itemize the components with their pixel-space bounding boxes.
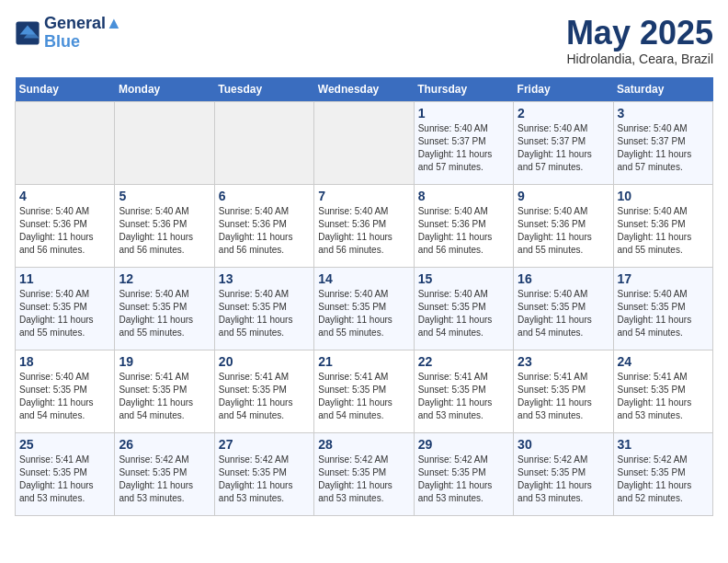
calendar-cell: 23Sunrise: 5:41 AMSunset: 5:35 PMDayligh…	[514, 350, 613, 432]
day-number: 1	[418, 106, 509, 121]
day-info: Sunrise: 5:40 AMSunset: 5:36 PMDaylight:…	[119, 205, 210, 257]
day-number: 5	[119, 189, 210, 203]
calendar-cell: 29Sunrise: 5:42 AMSunset: 5:35 PMDayligh…	[414, 432, 513, 515]
day-number: 23	[518, 354, 609, 369]
calendar-cell: 27Sunrise: 5:42 AMSunset: 5:35 PMDayligh…	[214, 432, 313, 515]
day-info: Sunrise: 5:41 AMSunset: 5:35 PMDaylight:…	[119, 371, 210, 422]
day-number: 16	[518, 271, 609, 286]
calendar-cell: 25Sunrise: 5:41 AMSunset: 5:35 PMDayligh…	[16, 432, 115, 515]
day-number: 6	[219, 189, 310, 203]
day-number: 27	[219, 437, 310, 452]
day-info: Sunrise: 5:40 AMSunset: 5:36 PMDaylight:…	[19, 205, 110, 257]
day-number: 25	[19, 437, 110, 452]
calendar-cell: 7Sunrise: 5:40 AMSunset: 5:36 PMDaylight…	[314, 184, 414, 267]
calendar-cell	[16, 101, 115, 184]
day-info: Sunrise: 5:40 AMSunset: 5:36 PMDaylight:…	[318, 205, 409, 257]
day-number: 29	[418, 437, 509, 452]
calendar-cell: 15Sunrise: 5:40 AMSunset: 5:35 PMDayligh…	[414, 267, 513, 350]
calendar-cell: 30Sunrise: 5:42 AMSunset: 5:35 PMDayligh…	[514, 432, 613, 515]
weekday-thursday: Thursday	[414, 77, 513, 102]
day-info: Sunrise: 5:40 AMSunset: 5:35 PMDaylight:…	[19, 371, 110, 422]
day-info: Sunrise: 5:40 AMSunset: 5:36 PMDaylight:…	[518, 205, 609, 257]
day-info: Sunrise: 5:40 AMSunset: 5:35 PMDaylight:…	[119, 288, 210, 339]
day-number: 12	[119, 271, 210, 286]
header: General▲ Blue May 2025 Hidrolandia, Cear…	[15, 15, 713, 66]
day-number: 30	[518, 437, 609, 452]
weekday-saturday: Saturday	[613, 77, 712, 102]
calendar-cell: 18Sunrise: 5:40 AMSunset: 5:35 PMDayligh…	[16, 350, 115, 432]
day-number: 9	[518, 189, 609, 203]
calendar-cell: 10Sunrise: 5:40 AMSunset: 5:36 PMDayligh…	[613, 184, 712, 267]
calendar-cell: 6Sunrise: 5:40 AMSunset: 5:36 PMDaylight…	[214, 184, 313, 267]
calendar-cell: 13Sunrise: 5:40 AMSunset: 5:35 PMDayligh…	[214, 267, 313, 350]
calendar-cell: 3Sunrise: 5:40 AMSunset: 5:37 PMDaylight…	[613, 101, 712, 184]
day-number: 4	[19, 189, 110, 203]
calendar-cell: 24Sunrise: 5:41 AMSunset: 5:35 PMDayligh…	[613, 350, 712, 432]
day-number: 24	[618, 354, 709, 369]
day-info: Sunrise: 5:42 AMSunset: 5:35 PMDaylight:…	[119, 454, 210, 505]
logo: General▲ Blue	[15, 15, 122, 52]
day-info: Sunrise: 5:42 AMSunset: 5:35 PMDaylight:…	[418, 454, 509, 505]
month-title: May 2025	[566, 15, 713, 52]
day-number: 14	[318, 271, 409, 286]
calendar-cell: 11Sunrise: 5:40 AMSunset: 5:35 PMDayligh…	[16, 267, 115, 350]
day-info: Sunrise: 5:40 AMSunset: 5:35 PMDaylight:…	[518, 288, 609, 339]
calendar-cell: 1Sunrise: 5:40 AMSunset: 5:37 PMDaylight…	[414, 101, 513, 184]
day-info: Sunrise: 5:40 AMSunset: 5:35 PMDaylight:…	[219, 288, 310, 339]
day-info: Sunrise: 5:41 AMSunset: 5:35 PMDaylight:…	[618, 371, 709, 422]
day-number: 13	[219, 271, 310, 286]
subtitle: Hidrolandia, Ceara, Brazil	[566, 52, 713, 66]
day-info: Sunrise: 5:40 AMSunset: 5:36 PMDaylight:…	[618, 205, 709, 257]
day-number: 20	[219, 354, 310, 369]
day-number: 19	[119, 354, 210, 369]
weekday-monday: Monday	[115, 77, 214, 102]
calendar-cell: 14Sunrise: 5:40 AMSunset: 5:35 PMDayligh…	[314, 267, 414, 350]
day-number: 26	[119, 437, 210, 452]
day-info: Sunrise: 5:40 AMSunset: 5:35 PMDaylight:…	[318, 288, 409, 339]
calendar-cell: 16Sunrise: 5:40 AMSunset: 5:35 PMDayligh…	[514, 267, 613, 350]
day-number: 11	[19, 271, 110, 286]
day-info: Sunrise: 5:40 AMSunset: 5:35 PMDaylight:…	[418, 288, 509, 339]
logo-text: General▲ Blue	[44, 15, 122, 52]
calendar-cell: 26Sunrise: 5:42 AMSunset: 5:35 PMDayligh…	[115, 432, 214, 515]
day-info: Sunrise: 5:41 AMSunset: 5:35 PMDaylight:…	[518, 371, 609, 422]
logo-icon	[15, 20, 40, 46]
day-number: 15	[418, 271, 509, 286]
calendar-body: 1Sunrise: 5:40 AMSunset: 5:37 PMDaylight…	[16, 101, 713, 515]
calendar-cell: 5Sunrise: 5:40 AMSunset: 5:36 PMDaylight…	[115, 184, 214, 267]
title-area: May 2025 Hidrolandia, Ceara, Brazil	[566, 15, 713, 66]
calendar-table: Sunday Monday Tuesday Wednesday Thursday…	[15, 77, 713, 516]
day-number: 31	[618, 437, 709, 452]
day-info: Sunrise: 5:40 AMSunset: 5:37 PMDaylight:…	[418, 122, 509, 174]
day-number: 21	[318, 354, 409, 369]
day-info: Sunrise: 5:42 AMSunset: 5:35 PMDaylight:…	[618, 454, 709, 505]
day-number: 8	[418, 189, 509, 203]
calendar-cell: 22Sunrise: 5:41 AMSunset: 5:35 PMDayligh…	[414, 350, 513, 432]
day-info: Sunrise: 5:41 AMSunset: 5:35 PMDaylight:…	[318, 371, 409, 422]
day-number: 2	[518, 106, 609, 121]
day-number: 17	[618, 271, 709, 286]
calendar-cell	[115, 101, 214, 184]
day-info: Sunrise: 5:42 AMSunset: 5:35 PMDaylight:…	[318, 454, 409, 505]
calendar-cell: 28Sunrise: 5:42 AMSunset: 5:35 PMDayligh…	[314, 432, 414, 515]
calendar-cell: 8Sunrise: 5:40 AMSunset: 5:36 PMDaylight…	[414, 184, 513, 267]
day-info: Sunrise: 5:40 AMSunset: 5:37 PMDaylight:…	[518, 122, 609, 174]
calendar-header: Sunday Monday Tuesday Wednesday Thursday…	[16, 77, 713, 102]
calendar-cell: 12Sunrise: 5:40 AMSunset: 5:35 PMDayligh…	[115, 267, 214, 350]
calendar-cell: 9Sunrise: 5:40 AMSunset: 5:36 PMDaylight…	[514, 184, 613, 267]
day-number: 22	[418, 354, 509, 369]
day-number: 28	[318, 437, 409, 452]
calendar-cell: 19Sunrise: 5:41 AMSunset: 5:35 PMDayligh…	[115, 350, 214, 432]
day-info: Sunrise: 5:41 AMSunset: 5:35 PMDaylight:…	[19, 454, 110, 505]
calendar-cell: 2Sunrise: 5:40 AMSunset: 5:37 PMDaylight…	[514, 101, 613, 184]
day-number: 7	[318, 189, 409, 203]
day-info: Sunrise: 5:40 AMSunset: 5:35 PMDaylight:…	[19, 288, 110, 339]
day-info: Sunrise: 5:42 AMSunset: 5:35 PMDaylight:…	[219, 454, 310, 505]
calendar-cell: 31Sunrise: 5:42 AMSunset: 5:35 PMDayligh…	[613, 432, 712, 515]
day-info: Sunrise: 5:40 AMSunset: 5:36 PMDaylight:…	[219, 205, 310, 257]
day-number: 10	[618, 189, 709, 203]
day-info: Sunrise: 5:41 AMSunset: 5:35 PMDaylight:…	[219, 371, 310, 422]
day-number: 18	[19, 354, 110, 369]
calendar-cell: 17Sunrise: 5:40 AMSunset: 5:35 PMDayligh…	[613, 267, 712, 350]
calendar-cell	[214, 101, 313, 184]
